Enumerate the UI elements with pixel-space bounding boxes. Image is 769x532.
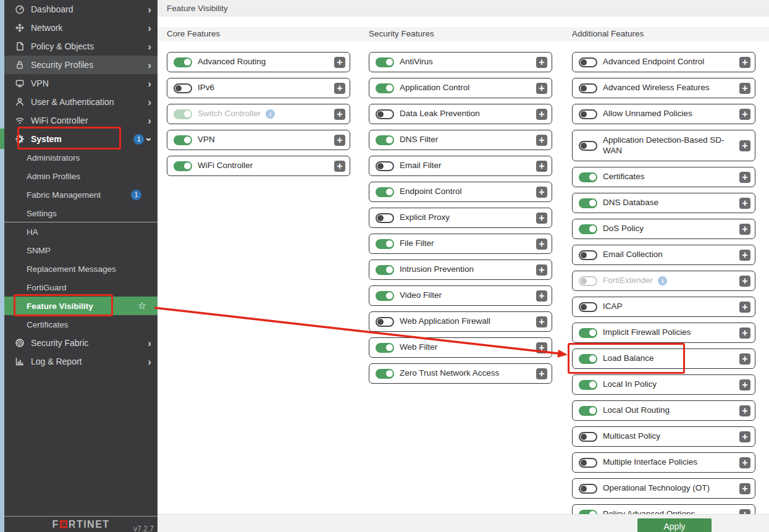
toggle-implicit-firewall-policies[interactable]	[579, 328, 597, 338]
toggle-advanced-endpoint-control[interactable]	[579, 57, 597, 67]
toggle-knob	[386, 137, 393, 143]
toggle-zero-trust-network-access[interactable]	[376, 369, 394, 379]
expand-plus-button-allow-unnamed-policies[interactable]: +	[739, 109, 750, 120]
expand-plus-button-data-leak-prevention[interactable]: +	[536, 109, 547, 120]
expand-plus-button-email-filter[interactable]: +	[536, 161, 547, 172]
toggle-certificates[interactable]	[579, 172, 597, 182]
sidebar-item-network[interactable]: Network›	[4, 19, 158, 37]
sidebar-item-wifi-controller[interactable]: WiFi Controller›	[4, 111, 158, 130]
expand-plus-button-multicast-policy[interactable]: +	[739, 431, 750, 442]
toggle-advanced-routing[interactable]	[174, 57, 192, 67]
toggle-icap[interactable]	[579, 302, 597, 312]
toggle-data-leak-prevention[interactable]	[376, 109, 394, 119]
feature-card-dns-database: DNS Database+	[572, 193, 755, 213]
expand-plus-button-file-filter[interactable]: +	[536, 239, 547, 250]
toggle-dos-policy[interactable]	[579, 224, 597, 234]
expand-plus-button-email-collection[interactable]: +	[739, 250, 750, 261]
toggle-multiple-interface-policies[interactable]	[579, 458, 597, 468]
expand-plus-button-explicit-proxy[interactable]: +	[536, 213, 547, 224]
sidebar-subitem-certificates[interactable]: Certificates	[4, 315, 158, 334]
toggle-multicast-policy[interactable]	[579, 432, 597, 442]
toggle-file-filter[interactable]	[376, 239, 394, 249]
toggle-web-application-firewall[interactable]	[376, 317, 394, 327]
chevron-down-icon: ›	[145, 137, 155, 141]
sidebar-item-log-report[interactable]: Log & Report›	[4, 352, 158, 371]
toggle-antivirus[interactable]	[376, 57, 394, 67]
sidebar-subitem-replacement-messages[interactable]: Replacement Messages	[4, 260, 158, 278]
expand-plus-button-switch-controller[interactable]: +	[334, 109, 345, 120]
expand-plus-button-dns-filter[interactable]: +	[536, 135, 547, 146]
toggle-operational-technology-ot[interactable]	[579, 484, 597, 494]
toggle-explicit-proxy[interactable]	[376, 213, 394, 223]
expand-plus-button-intrusion-prevention[interactable]: +	[536, 264, 547, 276]
toggle-knob	[184, 163, 191, 169]
expand-plus-button-fortiextender[interactable]: +	[739, 276, 750, 287]
expand-plus-button-local-in-policy[interactable]: +	[739, 379, 750, 391]
sidebar-item-dashboard[interactable]: Dashboard›	[4, 0, 158, 19]
expand-plus-button-web-filter[interactable]: +	[536, 342, 547, 353]
expand-plus-button-vpn[interactable]: +	[334, 135, 345, 146]
lock-icon	[14, 60, 25, 70]
expand-plus-button-antivirus[interactable]: +	[536, 57, 547, 68]
expand-plus-button-video-filter[interactable]: +	[536, 290, 547, 302]
toggle-allow-unnamed-policies[interactable]	[579, 109, 597, 119]
expand-plus-button-operational-technology-ot[interactable]: +	[739, 483, 750, 494]
sidebar-subitem-label: HA	[27, 227, 38, 237]
expand-plus-button-advanced-endpoint-control[interactable]: +	[739, 57, 750, 68]
sidebar-subitem-ha[interactable]: HA	[4, 222, 158, 241]
sidebar-item-security-profiles[interactable]: Security Profiles›	[4, 56, 158, 74]
toggle-dns-database[interactable]	[579, 198, 597, 208]
expand-plus-button-ipv6[interactable]: +	[334, 83, 345, 94]
sidebar-item-policy-objects[interactable]: Policy & Objects›	[4, 37, 158, 56]
expand-plus-button-local-out-routing[interactable]: +	[739, 405, 750, 416]
toggle-local-out-routing[interactable]	[579, 406, 597, 416]
toggle-email-filter[interactable]	[376, 161, 394, 171]
expand-plus-button-multiple-interface-policies[interactable]: +	[739, 457, 750, 468]
expand-plus-button-icap[interactable]: +	[739, 302, 750, 313]
toggle-application-detection-based-sd-wan[interactable]	[579, 141, 597, 151]
sidebar-divider	[4, 222, 158, 222]
expand-plus-button-zero-trust-network-access[interactable]: +	[536, 368, 547, 379]
toggle-application-control[interactable]	[376, 83, 394, 93]
expand-plus-button-advanced-wireless-features[interactable]: +	[739, 83, 750, 94]
toggle-dns-filter[interactable]	[376, 135, 394, 145]
sidebar-subitem-admin-profiles[interactable]: Admin Profiles	[4, 167, 158, 185]
sidebar-subitem-feature-visibility[interactable]: Feature Visibility☆	[4, 297, 158, 315]
expand-plus-button-dns-database[interactable]: +	[739, 198, 750, 209]
toggle-web-filter[interactable]	[376, 343, 394, 353]
chevron-right-icon: ›	[148, 60, 151, 70]
sidebar-subitem-administrators[interactable]: Administrators	[4, 148, 158, 167]
sidebar-subitem-fortiguard[interactable]: FortiGuard	[4, 278, 158, 297]
sidebar-subitem-snmp[interactable]: SNMP	[4, 241, 158, 260]
toggle-ipv6[interactable]	[174, 83, 192, 93]
expand-plus-button-dos-policy[interactable]: +	[739, 224, 750, 235]
sidebar-item-security-fabric[interactable]: Security Fabric›	[4, 334, 158, 352]
expand-plus-button-web-application-firewall[interactable]: +	[536, 316, 547, 327]
expand-plus-button-wifi-controller[interactable]: +	[334, 161, 345, 172]
apply-button[interactable]: Apply	[637, 518, 712, 532]
expand-plus-button-endpoint-control[interactable]: +	[536, 187, 547, 198]
favorite-star-icon[interactable]: ☆	[138, 301, 146, 311]
sidebar-item-vpn[interactable]: VPN›	[4, 74, 158, 93]
sidebar-subitem-settings[interactable]: Settings	[4, 204, 158, 222]
expand-plus-button-implicit-firewall-policies[interactable]: +	[739, 327, 750, 339]
toggle-local-in-policy[interactable]	[579, 380, 597, 390]
toggle-video-filter[interactable]	[376, 291, 394, 301]
feature-label: Web Filter	[400, 342, 437, 353]
toggle-load-balance[interactable]	[579, 354, 597, 364]
feature-card-web-filter: Web Filter+	[369, 337, 552, 358]
expand-plus-button-application-detection-based-sd-wan[interactable]: +	[739, 140, 750, 151]
toggle-intrusion-prevention[interactable]	[376, 265, 394, 275]
expand-plus-button-certificates[interactable]: +	[739, 172, 750, 183]
sidebar-item-system[interactable]: System1›	[4, 130, 158, 148]
sidebar-item-user-authentication[interactable]: User & Authentication›	[4, 93, 158, 111]
expand-plus-button-application-control[interactable]: +	[536, 83, 547, 94]
toggle-advanced-wireless-features[interactable]	[579, 83, 597, 93]
toggle-email-collection[interactable]	[579, 250, 597, 260]
sidebar-subitem-fabric-management[interactable]: Fabric Management1	[4, 185, 158, 204]
toggle-wifi-controller[interactable]	[174, 161, 192, 171]
expand-plus-button-advanced-routing[interactable]: +	[334, 57, 345, 68]
toggle-endpoint-control[interactable]	[376, 187, 394, 197]
toggle-vpn[interactable]	[174, 135, 192, 145]
expand-plus-button-load-balance[interactable]: +	[739, 353, 750, 365]
